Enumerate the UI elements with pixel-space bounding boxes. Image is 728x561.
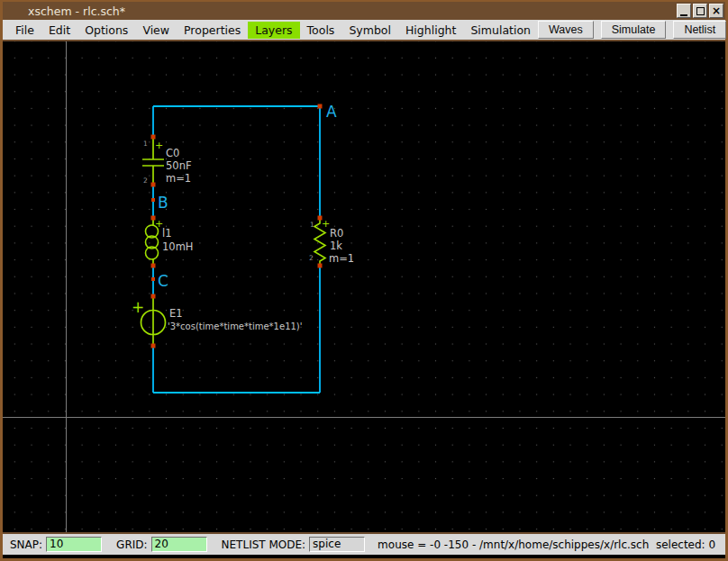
pin-number: 1 <box>143 140 148 148</box>
node-label-b[interactable]: B <box>158 194 168 212</box>
circuit-drawing: + 1 2 C0 50nF m=1 + l1 10mH + 1 <box>3 41 725 534</box>
snap-label: SNAP: <box>10 538 42 551</box>
polarity-plus-icon: + <box>132 298 144 316</box>
capacitor-ref: C0 <box>166 147 179 159</box>
pin[interactable] <box>151 183 156 187</box>
snap-input[interactable]: 10 <box>46 537 102 552</box>
capacitor-value: 50nF <box>166 159 192 172</box>
mouse-status-text: mouse = -0 -150 - /mnt/x/home/schippes/x… <box>378 538 715 551</box>
menu-edit[interactable]: Edit <box>41 22 77 39</box>
pin-number: 2 <box>309 254 314 262</box>
window-controls: × <box>677 4 723 18</box>
title-bar[interactable]: xschem - rlc.sch* × <box>3 2 725 20</box>
pin-number: 2 <box>143 176 148 185</box>
pin[interactable] <box>318 264 323 268</box>
menu-view[interactable]: View <box>135 22 177 39</box>
close-button[interactable]: × <box>709 4 723 18</box>
pin[interactable] <box>151 344 156 348</box>
resistor-symbol[interactable]: + 1 2 R0 1k m=1 <box>309 218 354 266</box>
maximize-button[interactable] <box>693 4 707 18</box>
grid-label: GRID: <box>116 538 147 551</box>
label-pin[interactable] <box>151 277 155 281</box>
schematic-canvas[interactable]: + 1 2 C0 50nF m=1 + l1 10mH + 1 <box>3 40 725 534</box>
menu-simulation[interactable]: Simulation <box>463 22 538 39</box>
node-label-a[interactable]: A <box>326 103 337 121</box>
simulate-button[interactable]: Simulate <box>601 21 667 39</box>
menu-highlight[interactable]: Highlight <box>398 22 463 39</box>
pin[interactable] <box>151 135 156 140</box>
menu-properties[interactable]: Properties <box>177 22 248 39</box>
menu-tools[interactable]: Tools <box>300 22 342 39</box>
menu-toolbar: Waves Simulate Netlist Help <box>538 21 728 39</box>
window-title: xschem - rlc.sch* <box>28 5 125 18</box>
inductor-symbol[interactable]: + l1 10mH <box>146 218 194 266</box>
status-bar: SNAP: 10 GRID: 20 NETLIST MODE: spice mo… <box>3 534 725 555</box>
menu-bar: File Edit Options View Properties Layers… <box>3 20 725 40</box>
label-pin[interactable] <box>151 198 155 202</box>
waves-button[interactable]: Waves <box>538 21 594 39</box>
polarity-plus-icon: + <box>155 140 163 151</box>
node-label-c[interactable]: C <box>158 272 168 290</box>
netlist-mode-label: NETLIST MODE: <box>222 538 306 551</box>
capacitor-mult: m=1 <box>166 172 191 185</box>
pin[interactable] <box>151 294 156 299</box>
maximize-icon <box>696 7 705 15</box>
minimize-icon <box>680 14 687 16</box>
label-pin[interactable] <box>318 104 323 109</box>
inductor-ref: l1 <box>162 227 172 240</box>
pin[interactable] <box>318 216 323 221</box>
pin[interactable] <box>151 264 156 268</box>
pin-number: 1 <box>310 221 314 229</box>
close-icon: × <box>712 5 721 16</box>
minimize-button[interactable] <box>677 4 691 18</box>
source-ref: E1 <box>169 307 183 320</box>
netlist-mode-input[interactable]: spice <box>309 537 365 552</box>
pin[interactable] <box>151 216 156 221</box>
menu-layers[interactable]: Layers <box>248 22 299 39</box>
resistor-mult: m=1 <box>329 252 354 265</box>
capacitor-symbol[interactable]: + 1 2 C0 50nF m=1 <box>142 137 192 185</box>
resistor-ref: R0 <box>330 227 343 240</box>
inductor-value: 10mH <box>162 240 193 253</box>
resistor-value: 1k <box>330 240 342 252</box>
menu-symbol[interactable]: Symbol <box>341 22 398 39</box>
menu-options[interactable]: Options <box>77 22 135 39</box>
voltage-source-symbol[interactable]: + E1 '3*cos(time*time*time*1e11)' <box>132 296 303 346</box>
xschem-window: xschem - rlc.sch* × File Edit Options Vi… <box>0 0 728 561</box>
polarity-plus-icon: + <box>322 218 330 230</box>
grid-input[interactable]: 20 <box>151 537 207 552</box>
menu-file[interactable]: File <box>8 22 41 39</box>
source-expression: '3*cos(time*time*time*1e11)' <box>168 321 303 331</box>
netlist-button[interactable]: Netlist <box>673 21 726 39</box>
